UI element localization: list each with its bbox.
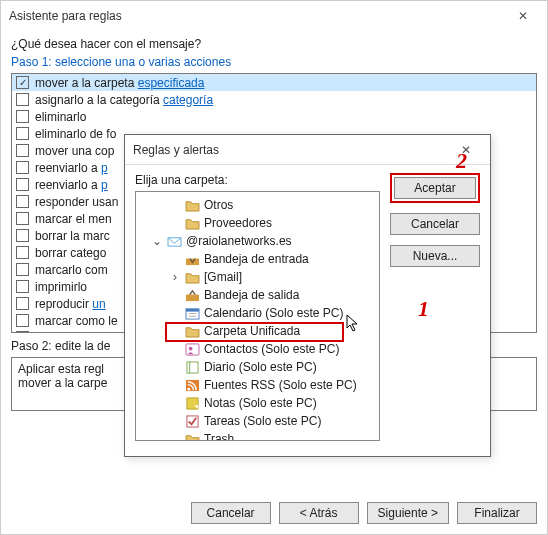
tree-item[interactable]: Trash <box>138 430 377 441</box>
tree-item[interactable]: Carpeta Unificada <box>138 322 377 340</box>
close-icon[interactable]: ✕ <box>507 2 539 30</box>
svg-point-12 <box>187 387 190 390</box>
tree-item[interactable]: Proveedores <box>138 214 377 232</box>
tree-item-label: Trash <box>204 432 234 441</box>
checkbox-icon[interactable] <box>16 331 29 333</box>
next-button[interactable]: Siguiente > <box>367 502 449 524</box>
checkbox-icon[interactable] <box>16 110 29 123</box>
checkbox-icon[interactable] <box>16 178 29 191</box>
action-label: reenviarlo a p <box>35 161 108 175</box>
checkbox-icon[interactable] <box>16 246 29 259</box>
tree-item[interactable]: Fuentes RSS (Solo este PC) <box>138 376 377 394</box>
action-label: mover una cop <box>35 144 114 158</box>
action-label: reenviarlo a p <box>35 178 108 192</box>
tree-item-label: Notas (Solo este PC) <box>204 396 317 410</box>
wizard-question: ¿Qué desea hacer con el mensaje? <box>11 31 537 51</box>
new-folder-button[interactable]: Nueva... <box>390 245 480 267</box>
action-label: eliminarlo de fo <box>35 127 116 141</box>
checkbox-icon[interactable] <box>16 127 29 140</box>
folder-icon <box>184 216 200 230</box>
checkbox-icon[interactable] <box>16 195 29 208</box>
tree-item-label: Carpeta Unificada <box>204 324 300 338</box>
action-link[interactable]: p <box>101 161 108 175</box>
action-label: marcarlo com <box>35 263 108 277</box>
action-row[interactable]: asignarlo a la categoría categoría <box>12 91 536 108</box>
tree-item[interactable]: Calendario (Solo este PC) <box>138 304 377 322</box>
action-link[interactable]: especificada <box>138 76 205 90</box>
checkbox-icon[interactable] <box>16 161 29 174</box>
svg-rect-2 <box>186 294 199 301</box>
finish-button[interactable]: Finalizar <box>457 502 537 524</box>
notes-icon <box>184 396 200 410</box>
svg-rect-13 <box>186 397 197 408</box>
svg-point-8 <box>188 346 192 350</box>
cancel-button[interactable]: Cancelar <box>390 213 480 235</box>
close-icon[interactable]: ✕ <box>450 136 482 164</box>
checkbox-icon[interactable] <box>16 144 29 157</box>
mailbox-icon <box>166 234 182 248</box>
wizard-title: Asistente para reglas <box>9 1 122 31</box>
tree-item[interactable]: Tareas (Solo este PC) <box>138 412 377 430</box>
action-label: eliminarlo <box>35 110 86 124</box>
action-label: marcar como le <box>35 314 118 328</box>
folder-icon <box>184 198 200 212</box>
tree-item-label: Otros <box>204 198 233 212</box>
back-button[interactable]: < Atrás <box>279 502 359 524</box>
dialog-title: Reglas y alertas <box>133 135 219 165</box>
wizard-titlebar: Asistente para reglas ✕ <box>1 1 547 31</box>
cancel-button[interactable]: Cancelar <box>191 502 271 524</box>
action-link[interactable]: p <box>101 178 108 192</box>
checkbox-icon[interactable] <box>16 297 29 310</box>
tree-item-label: Bandeja de salida <box>204 288 299 302</box>
dialog-titlebar: Reglas y alertas ✕ <box>125 135 490 165</box>
tree-item[interactable]: ⌄@raiolanetworks.es <box>138 232 377 250</box>
tree-item-label: Diario (Solo este PC) <box>204 360 317 374</box>
checkbox-icon[interactable] <box>16 93 29 106</box>
tree-item[interactable]: ›[Gmail] <box>138 268 377 286</box>
inbox-icon <box>184 252 200 266</box>
dialog-button-column: Aceptar Cancelar Nueva... <box>390 173 480 441</box>
action-label: reproducir un <box>35 297 106 311</box>
tree-item[interactable]: Bandeja de entrada <box>138 250 377 268</box>
checkbox-icon[interactable] <box>16 263 29 276</box>
action-row[interactable]: ✓mover a la carpeta especificada <box>12 74 536 91</box>
action-label: marcar el men <box>35 212 112 226</box>
chevron-right-icon[interactable]: › <box>168 270 182 284</box>
action-link[interactable]: categoría <box>163 93 213 107</box>
action-label: borrar la marc <box>35 229 110 243</box>
action-label: mover a la carpeta especificada <box>35 76 204 90</box>
action-label: imprimirlo <box>35 280 87 294</box>
action-row[interactable]: eliminarlo <box>12 108 536 125</box>
ok-button[interactable]: Aceptar <box>394 177 476 199</box>
tree-item[interactable]: Notas (Solo este PC) <box>138 394 377 412</box>
chevron-down-icon[interactable]: ⌄ <box>150 234 164 248</box>
tree-item-label: Fuentes RSS (Solo este PC) <box>204 378 357 392</box>
folder-tree[interactable]: OtrosProveedores⌄@raiolanetworks.esBande… <box>135 191 380 441</box>
action-label: asignarlo a la categoría categoría <box>35 93 213 107</box>
folder-icon <box>184 270 200 284</box>
svg-rect-9 <box>186 361 197 372</box>
tree-item-label: [Gmail] <box>204 270 242 284</box>
outbox-icon <box>184 288 200 302</box>
action-label: responder usan <box>35 195 118 209</box>
tree-item[interactable]: Contactos (Solo este PC) <box>138 340 377 358</box>
action-link[interactable]: un <box>92 297 105 311</box>
tree-item[interactable]: Diario (Solo este PC) <box>138 358 377 376</box>
tree-item[interactable]: Bandeja de salida <box>138 286 377 304</box>
tree-item-label: Contactos (Solo este PC) <box>204 342 339 356</box>
checkbox-icon[interactable] <box>16 229 29 242</box>
dialog-prompt: Elija una carpeta: <box>135 173 380 187</box>
checkbox-icon[interactable] <box>16 314 29 327</box>
contacts-icon <box>184 342 200 356</box>
checkbox-icon[interactable] <box>16 212 29 225</box>
tree-item-label: Proveedores <box>204 216 272 230</box>
tree-item[interactable]: Otros <box>138 196 377 214</box>
tasks-icon <box>184 414 200 428</box>
folder-icon <box>184 324 200 338</box>
checkbox-icon[interactable]: ✓ <box>16 76 29 89</box>
checkbox-icon[interactable] <box>16 280 29 293</box>
action-label: detener el pro <box>35 331 109 334</box>
folder-picker-dialog: Reglas y alertas ✕ Elija una carpeta: Ot… <box>124 134 491 457</box>
annotation-highlight-accept: Aceptar <box>390 173 480 203</box>
svg-rect-4 <box>186 308 199 311</box>
